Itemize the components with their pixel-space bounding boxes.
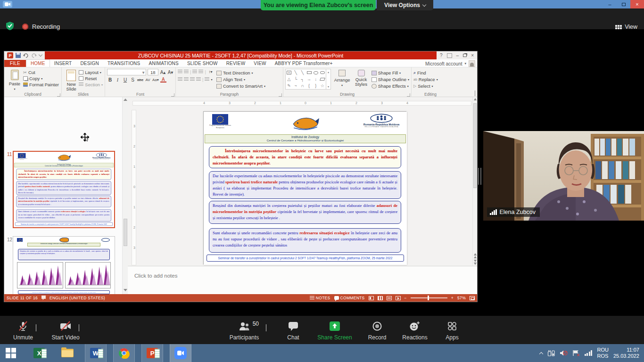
participant-video[interactable]: Elena Zubcov (483, 131, 644, 221)
ribbon-display-button[interactable] (447, 53, 452, 58)
slide-textbox-1[interactable]: Întrebuințarea microelementelor în heleș… (209, 146, 401, 168)
text-direction-button[interactable]: Text Direction▾ (216, 70, 265, 76)
maximize-button[interactable] (617, 0, 630, 8)
underline-button[interactable]: U (122, 77, 128, 83)
align-right-icon[interactable] (190, 77, 195, 82)
language-indicator[interactable]: ENGLISH (UNITED STATES) (50, 296, 105, 300)
arrange-button[interactable]: Arrange▾ (333, 69, 351, 90)
scrollbar-thumb[interactable] (124, 219, 127, 246)
spell-check-icon[interactable] (41, 296, 46, 300)
slide-textbox-4[interactable]: Sunt elaborate și unele recomandări conc… (209, 228, 401, 253)
audio-options-chevron-icon[interactable] (36, 324, 36, 331)
reading-view-button[interactable] (387, 296, 392, 300)
close-button[interactable]: × (630, 0, 644, 8)
cut-button[interactable]: ✂Cut (23, 70, 59, 75)
taskbar-chrome[interactable] (113, 344, 135, 362)
increase-indent-icon[interactable] (198, 70, 203, 74)
paragraph-dialog-launcher[interactable] (279, 93, 282, 97)
font-name-select[interactable]: ▾ (107, 69, 146, 75)
zoom-slider-knob[interactable] (428, 296, 429, 300)
copy-button[interactable]: Copy▾ (23, 76, 59, 81)
new-slide-button[interactable]: New Slide (64, 69, 79, 92)
participants-button[interactable]: 50 Participants (225, 320, 263, 341)
reset-button[interactable]: Reset (79, 76, 103, 81)
convert-smartart-button[interactable]: Convert to SmartArt▾ (216, 83, 265, 89)
notes-toggle-button[interactable]: NOTES (310, 296, 330, 300)
video-panel-drag-handle[interactable] (478, 168, 481, 185)
shape-outline-button[interactable]: Shape Outline▾ (372, 76, 409, 82)
zoom-slider[interactable] (411, 297, 447, 298)
taskbar-word[interactable]: W (85, 344, 107, 362)
slide-11-thumbnail[interactable]: Program finantat de Uniunea Europeana Ro… (13, 151, 115, 228)
tray-expand-chevron-icon[interactable] (539, 352, 543, 355)
line-spacing-button[interactable]: ↕▾ (207, 69, 214, 75)
align-text-button[interactable]: Align Text▾ (216, 76, 265, 82)
participants-options-chevron-icon[interactable] (266, 324, 266, 331)
record-button[interactable]: Record (364, 320, 390, 341)
clipboard-dialog-launcher[interactable] (57, 93, 60, 97)
change-case-button[interactable]: Aa▾ (152, 77, 159, 83)
zoom-out-button[interactable]: − (405, 296, 407, 300)
decrease-indent-icon[interactable] (192, 70, 197, 74)
scroll-down-arrow[interactable] (124, 289, 127, 291)
slide-sorter-view-button[interactable] (378, 296, 383, 300)
grow-font-button[interactable]: A▴ (160, 69, 166, 75)
zoom-percentage[interactable]: 57% (457, 296, 466, 300)
start-video-button[interactable]: Start Video (49, 320, 82, 341)
reactions-button[interactable]: Reactions (399, 320, 431, 341)
next-slide-button[interactable] (474, 260, 477, 265)
drawing-dialog-launcher[interactable] (407, 93, 410, 97)
redo-icon[interactable] (31, 51, 37, 60)
italic-button[interactable]: I (115, 77, 121, 83)
signal-strength-icon[interactable] (585, 350, 593, 356)
taskbar-clock[interactable]: 11:0725.03.2022 (613, 347, 639, 359)
paste-button[interactable]: Paste▾ (6, 69, 23, 90)
tab-slide-show[interactable]: SLIDE SHOW (183, 60, 222, 67)
scrollbar-thumb[interactable] (473, 103, 477, 188)
tab-file[interactable]: FILE (4, 60, 26, 67)
taskbar-zoom[interactable] (170, 344, 191, 362)
font-color-button[interactable]: A (160, 77, 166, 82)
apps-button[interactable]: Apps (440, 320, 464, 341)
tab-abbyy[interactable]: ABBYY PDF Transformer+ (271, 60, 337, 67)
volume-muted-icon[interactable] (560, 350, 568, 356)
taskbar-powerpoint[interactable]: P (141, 344, 163, 362)
collapse-ribbon-button[interactable] (475, 90, 475, 96)
account-label[interactable]: Microsoft account (425, 61, 462, 66)
layout-button[interactable]: Layout▾ (79, 70, 103, 75)
start-button[interactable] (0, 344, 22, 362)
select-button[interactable]: ▷Select▾ (413, 83, 447, 89)
columns-icon[interactable] (205, 77, 209, 82)
slide-scrollbar[interactable] (472, 97, 477, 266)
fit-slide-button[interactable] (470, 296, 475, 300)
align-center-icon[interactable] (184, 77, 189, 82)
scroll-up-arrow[interactable] (474, 98, 477, 100)
view-options-button[interactable]: View Options (377, 0, 433, 10)
strikethrough-button[interactable]: abc (137, 77, 143, 83)
ppt-close-button[interactable]: × (471, 53, 474, 58)
tab-review[interactable]: REVIEW (222, 60, 250, 67)
replace-button[interactable]: abReplace▾ (413, 76, 447, 82)
bullets-icon[interactable] (178, 70, 182, 74)
shadow-button[interactable]: S (130, 77, 136, 83)
tab-transitions[interactable]: TRANSITIONS (103, 60, 144, 67)
save-icon[interactable] (16, 53, 21, 58)
qat-customize-chevron-icon[interactable] (39, 53, 42, 57)
minimize-button[interactable]: – (603, 0, 617, 8)
tab-design[interactable]: DESIGN (76, 60, 103, 67)
section-button[interactable]: Section▾ (79, 82, 103, 87)
thumbnail-scrollbar[interactable] (122, 97, 128, 294)
tab-home[interactable]: HOME (26, 59, 50, 67)
account-avatar[interactable] (469, 60, 475, 67)
slide-textbox-2[interactable]: Dar lucrările experimentale cu adaus mic… (209, 171, 401, 199)
find-button[interactable]: ⌕Find (413, 70, 447, 76)
notes-pane[interactable]: Click to add notes (128, 266, 477, 295)
seminar-banner[interactable]: Seminar de transfer a cunoștințelor în c… (206, 255, 404, 262)
align-left-icon[interactable] (178, 77, 182, 82)
shrink-font-button[interactable]: A▾ (167, 69, 173, 75)
format-painter-button[interactable]: Format Painter (23, 82, 59, 87)
slide-canvas[interactable]: Program finantat de Uniunea Europeana Ro… (203, 111, 406, 264)
language-indicator[interactable]: ROUROS (597, 347, 608, 359)
slide-textbox-3[interactable]: Reușind din dominanța nutriției în creșt… (209, 201, 401, 224)
font-size-select[interactable]: 18 (148, 69, 158, 75)
